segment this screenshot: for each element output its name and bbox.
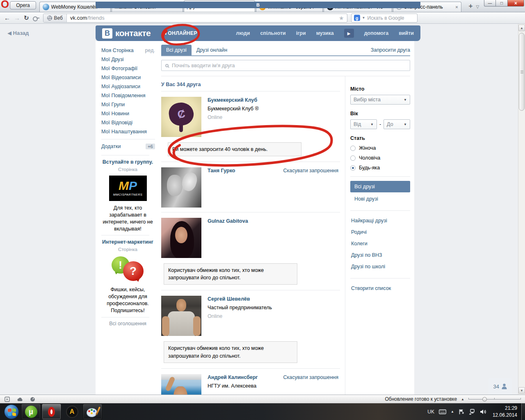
back-icon[interactable]: ← [4, 14, 10, 21]
tab-all-friends[interactable]: Всі друзі [161, 45, 192, 55]
keyboard-icon[interactable] [439, 409, 446, 414]
update-notice[interactable]: Обновление готово к установке [385, 396, 457, 402]
scroll-up-icon[interactable]: ▲ [518, 25, 525, 31]
friend-category-link[interactable]: Найкращі друзі [350, 215, 410, 226]
header-nav-link[interactable]: допомога [364, 30, 388, 36]
sidebar-menu-item[interactable]: Мої Фотографії [101, 64, 160, 73]
radio-icon[interactable] [350, 165, 356, 171]
friend-category-link[interactable]: Родичі [350, 226, 410, 238]
header-nav-link[interactable]: вийти [399, 30, 414, 36]
tab-close-icon[interactable]: × [454, 5, 458, 9]
url-field[interactable]: Веб vk.com/friends ★ [43, 14, 347, 23]
header-nav-link[interactable]: музика [316, 30, 334, 36]
new-tab-button[interactable]: + [462, 2, 476, 12]
friend-category-link[interactable]: Друзі по школі [350, 261, 410, 272]
ad-image-mmcis[interactable]: MPMMCISPARTNERS [109, 176, 147, 201]
search-field[interactable]: g ▼ Искать в Google [351, 14, 418, 23]
tab-friends-online[interactable]: Друзі онлайн [192, 45, 233, 55]
maximize-button[interactable]: □ [496, 0, 508, 7]
friend-avatar[interactable] [161, 167, 201, 208]
friend-category-link[interactable]: Друзі по ВНЗ [350, 249, 410, 261]
sidebar-menu-item[interactable]: Мої Повідомлення [101, 91, 160, 100]
friend-name-link[interactable]: Андрей Калинсберг [208, 374, 258, 380]
scrollbar-thumb[interactable] [519, 33, 525, 111]
sidebar-menu-item[interactable]: Мої Новини [101, 109, 160, 118]
age-from-select[interactable]: Від ▼ [350, 119, 377, 129]
create-list-link[interactable]: Створити список [350, 283, 410, 294]
radio-icon[interactable] [350, 155, 356, 161]
forward-icon[interactable]: → [14, 14, 20, 21]
opera-menu[interactable]: O Opera [1, 0, 39, 12]
friend-name-link[interactable]: Сергей Шевелёв [208, 296, 272, 302]
network-icon[interactable] [469, 409, 475, 415]
header-nav-link[interactable]: ігри [296, 30, 306, 36]
friend-avatar[interactable] [161, 296, 201, 336]
sidebar-menu-item[interactable]: Мої Відповіді [101, 118, 160, 127]
language-indicator[interactable]: UK [427, 409, 434, 415]
friend-avatar[interactable]: Ȼ [161, 97, 201, 137]
friend-category-link[interactable]: Колеги [350, 238, 410, 249]
sidebar-menu-item[interactable]: Мої Відеозаписи [101, 73, 160, 82]
taskbar-aimp-button[interactable]: A [62, 404, 82, 420]
taskbar-paint-button[interactable] [83, 404, 102, 420]
online-friends-widget[interactable]: 34 [488, 378, 512, 395]
friend-name-link[interactable]: Таня Гурко [208, 168, 235, 173]
friend-avatar[interactable] [161, 374, 201, 395]
tab-list-chevron-icon[interactable]: ▽ [476, 5, 482, 12]
menu-item-edit-link[interactable]: ред. [145, 48, 155, 53]
opera-menu-button[interactable]: Opera [10, 1, 36, 9]
action-center-flag-icon[interactable] [459, 409, 464, 415]
minimize-button[interactable]: — [484, 0, 496, 7]
gender-radio-option[interactable]: Будь-яка [350, 165, 410, 171]
radio-icon[interactable] [350, 146, 356, 151]
invite-friend-link[interactable]: Запросити друга [371, 47, 410, 55]
sync-cloud-icon[interactable] [17, 397, 23, 402]
search-engine-chevron-icon[interactable]: ▼ [362, 16, 365, 20]
page-scrollbar[interactable]: ▲ ▼ [518, 24, 525, 395]
taskbar-utorrent-button[interactable]: µ [21, 404, 41, 420]
show-desktop-button[interactable] [521, 403, 525, 420]
browser-tab[interactable]: ВДрузі Максима Степо...× [184, 0, 255, 12]
friend-name-link[interactable]: Gulnaz Gabitova [208, 218, 248, 224]
sidebar-menu-item[interactable]: Мої Друзі [101, 55, 160, 64]
zoom-slider-handle[interactable] [482, 397, 487, 402]
city-select[interactable]: Вибір міста ▼ [350, 95, 410, 105]
friend-search-input[interactable]: Почніть вводити ім'я друга [161, 60, 410, 71]
friend-name-link[interactable]: Букмекерский Клуб [208, 97, 259, 103]
taskbar-clock[interactable]: 21:29 12.06.2014 [493, 405, 517, 418]
friend-avatar[interactable] [161, 218, 201, 258]
friend-list-item[interactable]: Всі друзі [350, 181, 410, 192]
audio-player-button[interactable]: ▶ [344, 29, 354, 38]
cancel-request-link[interactable]: Скасувати запрошення [283, 168, 339, 173]
ad-title-link[interactable]: Вступайте в группу. [101, 159, 154, 166]
gender-radio-option[interactable]: Чоловіча [350, 155, 410, 161]
scroll-down-icon[interactable]: ▼ [518, 387, 525, 394]
gender-radio-option[interactable]: Жіноча [350, 145, 410, 151]
age-to-select[interactable]: До ▼ [383, 119, 410, 129]
page-back-link[interactable]: ◀ Назад [7, 30, 29, 36]
ad-image-bubbles[interactable]: !? [108, 256, 148, 283]
sidebar-item-apps[interactable]: Додатки +6 [101, 142, 160, 151]
update-expand-icon[interactable]: ▲ [461, 397, 464, 401]
header-nav-link[interactable]: спільноти [260, 30, 285, 36]
ad-title-link[interactable]: Интернет-маркетинг [101, 239, 154, 246]
reload-icon[interactable]: ↻ [24, 14, 29, 22]
sidebar-menu-item[interactable]: Моя Сторінкаред. [101, 46, 160, 55]
volume-icon[interactable] [480, 409, 486, 415]
header-nav-link[interactable]: люди [236, 30, 250, 36]
panel-toggle-icon[interactable] [4, 397, 10, 402]
web-badge[interactable]: Веб [43, 14, 67, 22]
cancel-request-link[interactable]: Скасувати запрошення [283, 374, 339, 380]
all-ads-link[interactable]: Всі оголошення [101, 321, 154, 331]
taskbar-opera-button[interactable] [42, 404, 61, 420]
hidden-icons-chevron-icon[interactable]: ▲ [451, 410, 454, 413]
bookmark-star-icon[interactable]: ★ [339, 15, 347, 21]
zoom-slider[interactable] [468, 397, 521, 402]
sidebar-menu-item[interactable]: Мої Аудіозаписи [101, 82, 160, 91]
turbo-gauge-icon[interactable] [30, 397, 36, 402]
friend-list-item[interactable]: Нові друзі [350, 193, 410, 205]
sidebar-menu-item[interactable]: Мої Налаштування [101, 127, 160, 136]
close-button[interactable]: × [508, 0, 524, 7]
partner-link-onliner[interactable]: ◂ ОНЛАЙНЕР [164, 30, 197, 36]
key-icon[interactable] [33, 16, 39, 20]
